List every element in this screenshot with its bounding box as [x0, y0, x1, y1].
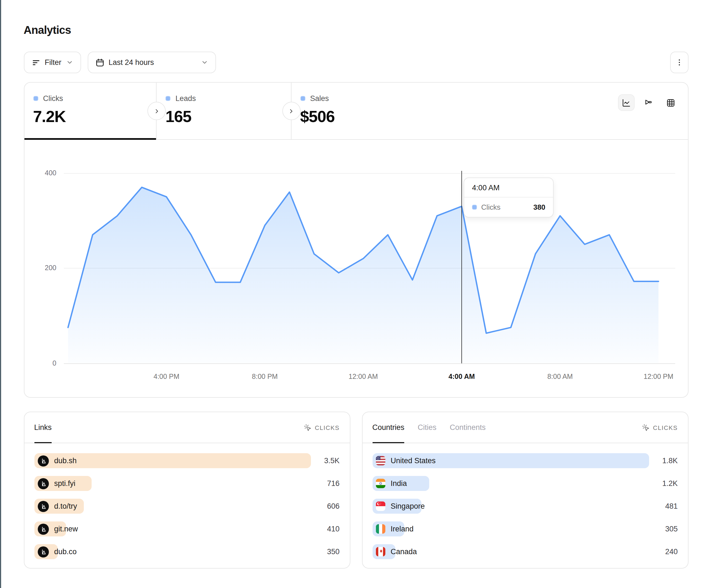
tab-links[interactable]: Links	[34, 412, 52, 443]
row-value: 606	[327, 502, 340, 510]
tooltip-value: 380	[533, 203, 545, 211]
calendar-icon	[95, 58, 104, 67]
stat-label: Clicks	[43, 94, 63, 103]
row-value: 240	[665, 547, 678, 556]
kebab-menu-icon	[675, 58, 683, 67]
window-edge	[0, 0, 1, 588]
row-label: dub.sh	[54, 456, 77, 465]
leads-legend-square	[166, 96, 170, 101]
tab-leads[interactable]: Leads 165	[156, 83, 291, 139]
row-label: git.new	[54, 525, 78, 533]
dub-logo-icon	[38, 523, 48, 535]
list-item[interactable]: India 1.2K	[372, 476, 678, 491]
list-item[interactable]: spti.fyi 716	[34, 476, 340, 491]
sg-flag-icon	[375, 501, 385, 511]
tab-countries[interactable]: Countries	[372, 412, 405, 443]
grid-table-icon	[666, 98, 675, 107]
tooltip-series-label: Clicks	[481, 203, 500, 211]
chart-view-toggles	[618, 94, 679, 111]
area-chart	[67, 171, 660, 363]
row-value: 1.8K	[662, 456, 678, 465]
tooltip-title: 4:00 AM	[464, 178, 553, 198]
row-label: spti.fyi	[54, 479, 76, 488]
countries-list: United States 1.8K India 1.2K Singapore …	[362, 443, 688, 559]
filter-button-label: Filter	[45, 58, 61, 67]
more-options-button[interactable]	[670, 51, 688, 73]
row-value: 3.5K	[324, 456, 340, 465]
list-item[interactable]: Canada 240	[372, 544, 678, 559]
x-axis-tick-label: 8:00 PM	[252, 373, 278, 381]
countries-panel: Countries Cities Continents CLICKS Unite…	[362, 412, 688, 569]
list-item[interactable]: Singapore 481	[372, 499, 678, 514]
analytics-card: Clicks 7.2K Leads 165 Sales $506	[24, 82, 688, 398]
clicks-time-series-chart[interactable]: 4:00 AM Clicks 380 02004004:00 PM8:00 PM…	[24, 140, 688, 397]
row-label: dub.co	[54, 547, 77, 556]
x-axis-tick-label: 12:00 PM	[644, 373, 673, 381]
date-range-label: Last 24 hours	[109, 58, 154, 67]
expand-sales-button[interactable]	[282, 102, 300, 120]
row-value: 305	[665, 525, 678, 533]
links-metric-selector[interactable]: CLICKS	[304, 424, 340, 431]
us-flag-icon	[375, 456, 385, 466]
funnel-icon	[644, 98, 653, 107]
x-axis-tick-label: 12:00 AM	[349, 373, 378, 381]
row-label: Ireland	[391, 525, 414, 533]
x-axis-tick-label: 8:00 AM	[547, 373, 573, 381]
stat-label: Leads	[175, 94, 196, 103]
links-list: dub.sh 3.5K spti.fyi 716 d.to/try 606 gi…	[24, 443, 349, 559]
chevron-right-icon	[153, 108, 160, 114]
y-axis-tick-label: 400	[25, 169, 56, 177]
table-view-button[interactable]	[662, 94, 679, 111]
links-metric-label: CLICKS	[315, 424, 340, 431]
cursor-click-icon	[304, 424, 311, 431]
countries-metric-label: CLICKS	[653, 424, 678, 431]
chevron-right-icon	[288, 108, 295, 114]
countries-metric-selector[interactable]: CLICKS	[642, 424, 678, 431]
date-range-button[interactable]: Last 24 hours	[87, 51, 216, 73]
list-item[interactable]: git.new 410	[34, 521, 340, 537]
page-title: Analytics	[24, 23, 688, 37]
links-panel: Links CLICKS dub.sh 3.5K spti.fyi 716	[24, 412, 350, 569]
stats-tabs: Clicks 7.2K Leads 165 Sales $506	[24, 83, 688, 140]
list-item[interactable]: Ireland 305	[372, 521, 678, 537]
analytics-page: Analytics Filter Last 24 hours Clicks	[0, 0, 711, 588]
dub-logo-icon	[38, 455, 48, 466]
funnel-view-button[interactable]	[640, 94, 656, 111]
row-value: 350	[327, 547, 340, 556]
chart-tooltip: 4:00 AM Clicks 380	[464, 178, 554, 218]
list-item[interactable]: dub.co 350	[34, 544, 340, 559]
row-label: United States	[391, 456, 436, 465]
row-value: 481	[665, 502, 678, 510]
stat-value-clicks: 7.2K	[33, 108, 147, 126]
expand-leads-button[interactable]	[147, 102, 166, 120]
line-chart-view-button[interactable]	[618, 94, 634, 111]
x-axis-tick-label: 4:00 AM	[448, 373, 475, 381]
ie-flag-icon	[375, 524, 385, 534]
row-label: India	[391, 479, 407, 488]
dub-logo-icon	[38, 501, 48, 512]
row-label: Singapore	[391, 502, 425, 510]
dub-logo-icon	[38, 478, 48, 489]
line-chart-icon	[622, 98, 630, 107]
tab-clicks[interactable]: Clicks 7.2K	[24, 83, 156, 139]
list-item[interactable]: dub.sh 3.5K	[34, 453, 340, 468]
tooltip-legend-square	[472, 205, 477, 210]
row-label: d.to/try	[54, 502, 77, 510]
row-value: 1.2K	[662, 479, 678, 488]
stat-value-leads: 165	[166, 108, 282, 126]
list-item[interactable]: United States 1.8K	[372, 453, 678, 468]
list-item[interactable]: d.to/try 606	[34, 499, 340, 514]
tab-continents[interactable]: Continents	[450, 412, 486, 443]
y-axis-tick-label: 0	[25, 359, 56, 367]
stat-label: Sales	[310, 94, 329, 103]
tab-sales[interactable]: Sales $506	[291, 83, 688, 139]
dub-logo-icon	[38, 546, 48, 557]
row-value: 716	[327, 479, 340, 488]
y-axis-tick-label: 200	[25, 264, 56, 272]
gridline	[64, 363, 675, 364]
chevron-down-icon	[201, 59, 208, 66]
tab-cities[interactable]: Cities	[418, 412, 437, 443]
in-flag-icon	[375, 479, 385, 488]
cursor-click-icon	[642, 424, 650, 431]
filter-button[interactable]: Filter	[24, 51, 81, 73]
